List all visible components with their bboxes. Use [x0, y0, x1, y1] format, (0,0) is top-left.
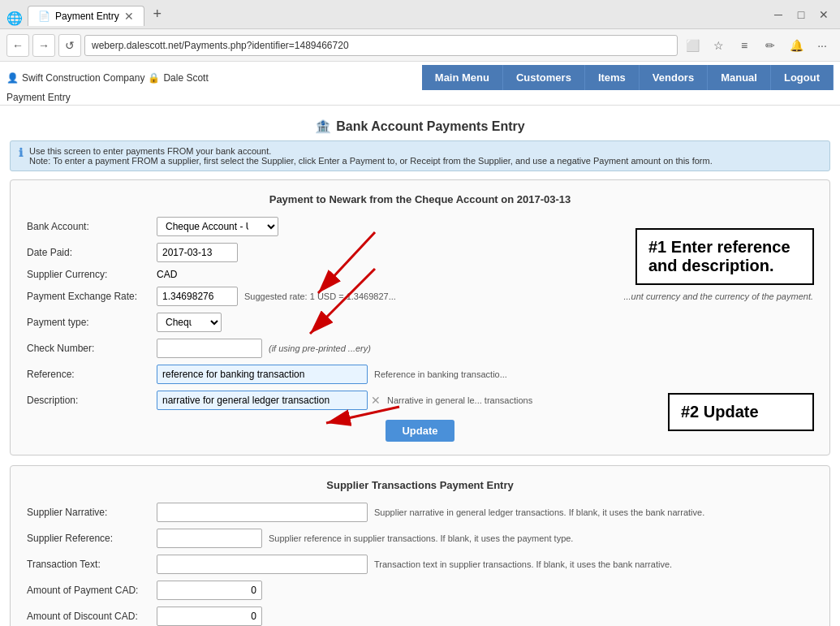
nav-menu: Main Menu Customers Items Vendors Manual… [422, 65, 834, 90]
amount-payment-row: Amount of Payment CAD: [27, 581, 813, 600]
nav-extras: ⬜ ☆ ≡ ✏ 🔔 ··· [681, 34, 834, 57]
info-note-text: Note: To enter a payment FROM a supplier… [29, 156, 713, 166]
nav-main-menu[interactable]: Main Menu [422, 65, 503, 90]
refresh-button[interactable]: ↺ [58, 34, 81, 57]
transaction-text-label: Transaction Text: [27, 559, 157, 570]
company-name: Swift Construction Company [22, 72, 144, 84]
reference-row: Reference: Reference in banking transact… [27, 365, 813, 384]
nav-items[interactable]: Items [585, 65, 640, 90]
window-controls: ─ □ ✕ [769, 5, 834, 24]
bank-icon: 🏦 [315, 119, 331, 134]
minimize-button[interactable]: ─ [769, 5, 788, 24]
payment-section-wrapper: Payment to Newark from the Cheque Accoun… [10, 179, 830, 455]
reference-label: Reference: [27, 369, 157, 380]
tab-favicon: 📄 [38, 11, 50, 22]
company-icon: 👤 [6, 72, 19, 84]
supplier-currency-value: CAD [157, 269, 177, 280]
exchange-rate-hint2: ...unt currency and the currency of the … [623, 291, 813, 301]
transaction-text-input[interactable] [157, 555, 368, 574]
page-heading: 🏦 Bank Account Payments Entry [10, 119, 830, 134]
company-row: 👤 Swift Construction Company 🔒 Dale Scot… [6, 65, 834, 90]
browser-window: 🌐 📄 Payment Entry ✕ + ─ □ ✕ ← → ↺ ⬜ ☆ ≡ … [0, 0, 840, 626]
payment-form-title: Payment to Newark from the Cheque Accoun… [27, 193, 813, 205]
annotation-1: #1 Enter reference and description. [635, 228, 814, 285]
bank-account-label: Bank Account: [27, 221, 157, 232]
breadcrumb-title: Payment Entry [6, 90, 834, 105]
svg-line-3 [310, 269, 375, 334]
supplier-narrative-label: Supplier Narrative: [27, 507, 157, 518]
date-paid-label: Date Paid: [27, 247, 157, 258]
amount-discount-row: Amount of Discount CAD: [27, 607, 813, 626]
maximize-button[interactable]: □ [791, 5, 811, 24]
forward-button[interactable]: → [32, 34, 55, 57]
payment-type-select[interactable]: Cheque [157, 313, 222, 332]
main-area: 🏦 Bank Account Payments Entry ℹ Use this… [0, 106, 840, 626]
page-heading-text: Bank Account Payments Entry [336, 119, 524, 134]
transaction-text-row: Transaction Text: Transaction text in su… [27, 555, 813, 574]
notifications-button[interactable]: 🔔 [785, 34, 808, 57]
payment-type-label: Payment type: [27, 317, 157, 328]
transaction-text-hint: Transaction text in supplier transaction… [374, 559, 672, 569]
nav-vendors[interactable]: Vendors [640, 65, 708, 90]
annotation-2: #2 Update [668, 393, 814, 431]
title-bar: 🌐 📄 Payment Entry ✕ + ─ □ ✕ [0, 0, 840, 29]
browser-icon: 🌐 [6, 11, 23, 26]
supplier-section-title: Supplier Transactions Payment Entry [27, 479, 813, 491]
address-bar[interactable] [84, 35, 678, 56]
date-paid-input[interactable] [157, 243, 238, 262]
tab-title: Payment Entry [55, 11, 119, 22]
page-content: 👤 Swift Construction Company 🔒 Dale Scot… [0, 62, 840, 626]
supplier-reference-label: Supplier Reference: [27, 533, 157, 544]
nav-manual[interactable]: Manual [708, 65, 771, 90]
amount-discount-input[interactable] [157, 607, 262, 626]
arrow-2 [261, 261, 424, 358]
supplier-reference-row: Supplier Reference: Supplier reference i… [27, 529, 813, 548]
check-number-label: Check Number: [27, 343, 157, 354]
nav-customers[interactable]: Customers [503, 65, 585, 90]
info-icon: ℹ [19, 146, 23, 159]
amount-payment-label: Amount of Payment CAD: [27, 585, 157, 596]
new-tab-button[interactable]: + [146, 3, 169, 26]
back-button[interactable]: ← [6, 34, 29, 57]
bookmark-button[interactable]: ☆ [707, 34, 730, 57]
exchange-rate-label: Payment Exchange Rate: [27, 291, 157, 302]
top-header: 👤 Swift Construction Company 🔒 Dale Scot… [0, 62, 840, 106]
description-label: Description: [27, 395, 157, 406]
reference-hint: Reference in banking transactio... [374, 369, 507, 379]
supplier-narrative-hint: Supplier narrative in general ledger tra… [374, 507, 704, 517]
reader-mode-button[interactable]: ⬜ [681, 34, 704, 57]
supplier-narrative-input[interactable] [157, 503, 368, 522]
active-tab[interactable]: 📄 Payment Entry ✕ [28, 6, 144, 26]
tools-button[interactable]: ✏ [759, 34, 782, 57]
supplier-reference-hint: Supplier reference in supplier transacti… [269, 533, 573, 543]
info-main-text: Use this screen to enter payments FROM y… [29, 146, 713, 156]
check-number-input[interactable] [157, 339, 262, 358]
arrow-3 [286, 382, 448, 447]
nav-bar: ← → ↺ ⬜ ☆ ≡ ✏ 🔔 ··· [0, 29, 840, 62]
supplier-transactions-section: Supplier Transactions Payment Entry Supp… [10, 465, 830, 626]
nav-logout[interactable]: Logout [771, 65, 834, 90]
exchange-rate-input[interactable] [157, 287, 238, 306]
supplier-currency-label: Supplier Currency: [27, 269, 157, 280]
close-button[interactable]: ✕ [814, 5, 834, 24]
tab-close-button[interactable]: ✕ [124, 10, 134, 23]
amount-payment-input[interactable] [157, 581, 262, 600]
info-box: ℹ Use this screen to enter payments FROM… [10, 140, 830, 171]
company-info: 👤 Swift Construction Company 🔒 Dale Scot… [6, 72, 209, 84]
menu-button[interactable]: ≡ [733, 34, 756, 57]
user-name: Dale Scott [163, 72, 208, 84]
svg-line-5 [326, 407, 399, 423]
lock-icon: 🔒 [148, 72, 160, 84]
supplier-reference-input[interactable] [157, 529, 262, 548]
reference-input[interactable] [157, 365, 368, 384]
amount-discount-label: Amount of Discount CAD: [27, 611, 157, 622]
info-content: Use this screen to enter payments FROM y… [29, 146, 713, 166]
supplier-narrative-row: Supplier Narrative: Supplier narrative i… [27, 503, 813, 522]
more-button[interactable]: ··· [811, 34, 834, 57]
